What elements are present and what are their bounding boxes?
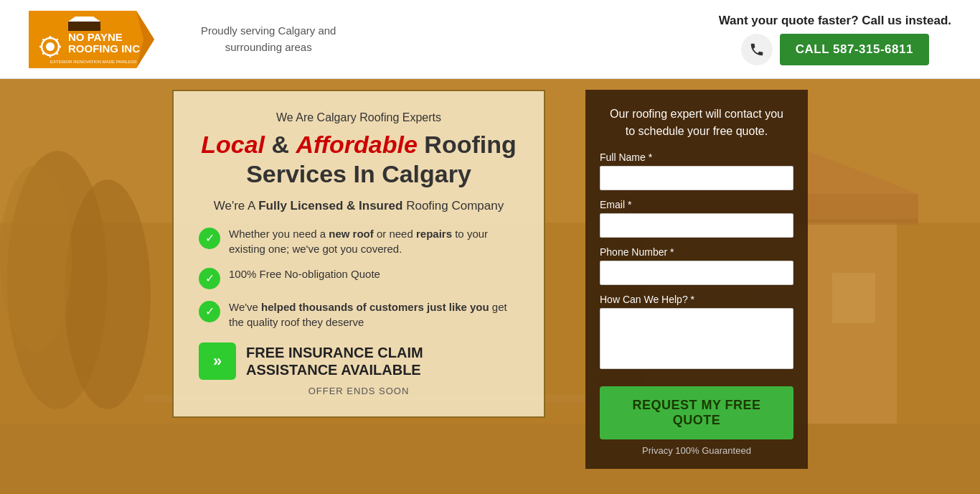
check-item-2: ✓ 100% Free No-obligation Quote <box>199 266 519 289</box>
full-name-input[interactable] <box>600 166 793 190</box>
call-area: CALL 587-315-6811 <box>719 34 951 65</box>
headline-affordable: Affordable <box>296 131 418 158</box>
full-name-group: Full Name * <box>600 152 793 190</box>
header-right: Want your quote faster? Call us instead.… <box>719 14 951 65</box>
check-icon-1: ✓ <box>199 228 220 249</box>
panel-subtitle: We Are Calgary Roofing Experts <box>199 111 519 124</box>
check-icon-3: ✓ <box>199 301 220 322</box>
svg-text:EXTERIOR RENOVATION MADE PAINL: EXTERIOR RENOVATION MADE PAINLESS <box>50 60 137 64</box>
headline-connector: & <box>265 131 296 158</box>
call-button[interactable]: CALL 587-315-6811 <box>780 34 929 65</box>
email-group: Email * <box>600 199 793 238</box>
headline-roofing: Roofing <box>418 131 517 158</box>
check-text-1: Whether you need a new roof or need repa… <box>229 226 519 256</box>
headline-line2: Services In Calgary <box>246 160 471 187</box>
help-label: How Can We Help? * <box>600 294 793 305</box>
submit-button[interactable]: REQUEST MY FREE QUOTE <box>600 386 793 439</box>
svg-text:ROOFING INC: ROOFING INC <box>68 42 140 55</box>
logo-area: NO PAYNE ROOFING INC EXTERIOR RENOVATION… <box>29 11 158 68</box>
right-panel: Our roofing expert will contact youto sc… <box>585 90 808 469</box>
logo-svg: NO PAYNE ROOFING INC EXTERIOR RENOVATION… <box>29 11 158 68</box>
quote-faster-text: Want your quote faster? Call us instead. <box>719 14 951 28</box>
subheadline-bold: Fully Licensed & Insured <box>258 199 402 213</box>
insurance-banner: » FREE INSURANCE CLAIMASSISTANCE AVAILAB… <box>199 342 519 380</box>
phone-label: Phone Number * <box>600 246 793 258</box>
svg-text:NO PAYNE: NO PAYNE <box>68 31 123 43</box>
email-input[interactable] <box>600 213 793 238</box>
email-label: Email * <box>600 199 793 210</box>
page-header: NO PAYNE ROOFING INC EXTERIOR RENOVATION… <box>0 0 980 79</box>
insurance-text: FREE INSURANCE CLAIMASSISTANCE AVAILABLE <box>246 344 423 378</box>
full-name-label: Full Name * <box>600 152 793 163</box>
left-panel: We Are Calgary Roofing Experts Local & A… <box>172 90 545 418</box>
subheadline-plain: We're A <box>214 199 258 213</box>
tagline: Proudly serving Calgary and surrounding … <box>201 23 336 55</box>
main-headline: Local & Affordable Roofing Services In C… <box>199 130 519 189</box>
phone-group: Phone Number * <box>600 246 793 285</box>
arrows-icon: » <box>199 342 236 380</box>
form-header: Our roofing expert will contact youto sc… <box>600 106 793 140</box>
svg-marker-12 <box>68 22 100 31</box>
headline-local: Local <box>201 131 265 158</box>
subheadline: We're A Fully Licensed & Insured Roofing… <box>199 199 519 213</box>
help-textarea[interactable] <box>600 308 793 369</box>
main-content: We Are Calgary Roofing Experts Local & A… <box>0 79 980 494</box>
phone-input[interactable] <box>600 261 793 285</box>
help-group: How Can We Help? * <box>600 294 793 372</box>
check-item-1: ✓ Whether you need a new roof or need re… <box>199 226 519 256</box>
offer-ends: OFFER ENDS SOON <box>199 386 519 396</box>
svg-point-3 <box>46 42 55 51</box>
check-text-3: We've helped thousands of customers just… <box>229 299 519 330</box>
phone-icon <box>741 34 773 65</box>
phone-svg <box>749 42 765 57</box>
check-text-2: 100% Free No-obligation Quote <box>229 266 380 281</box>
privacy-note: Privacy 100% Guaranteed <box>600 445 793 456</box>
check-item-3: ✓ We've helped thousands of customers ju… <box>199 299 519 330</box>
check-icon-2: ✓ <box>199 268 220 289</box>
subheadline-end: Roofing Company <box>402 199 504 213</box>
